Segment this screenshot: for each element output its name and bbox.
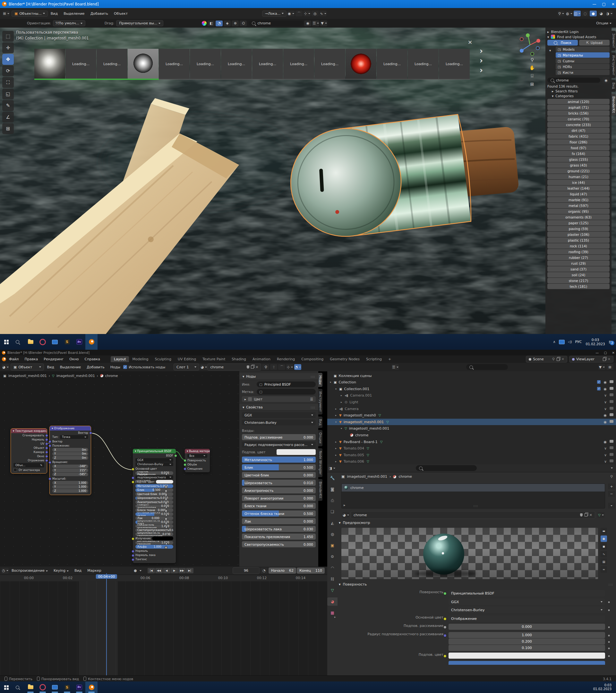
asset-tile-loading[interactable]: Loading... bbox=[221, 49, 252, 79]
subsurface-method-dropdown[interactable]: Christensen-Burley bbox=[449, 607, 605, 613]
bk-brush-icon[interactable]: ⌬ bbox=[240, 21, 247, 26]
output-socket[interactable] bbox=[45, 434, 48, 437]
category-rubber[interactable]: rubber (27) bbox=[547, 255, 610, 260]
network-icon[interactable] bbox=[559, 340, 565, 344]
menu-timeline[interactable]: Воспроизведение bbox=[9, 569, 51, 573]
input-socket[interactable] bbox=[164, 501, 167, 504]
value-Положение:X[interactable]: X0m bbox=[52, 448, 88, 452]
properties-tab-material[interactable]: ◕ bbox=[327, 597, 338, 606]
browse-material-icon[interactable]: ◕ bbox=[342, 512, 350, 518]
input-Металличность[interactable]: Металличность1.000 bbox=[135, 484, 173, 488]
expand-icon[interactable]: ▾ bbox=[335, 388, 339, 391]
expand-icon[interactable]: ▸ bbox=[335, 414, 339, 417]
expand-icon[interactable]: ▸ bbox=[335, 447, 339, 450]
input-Альфа[interactable]: Альфа1.000 bbox=[135, 545, 173, 549]
input-socket[interactable] bbox=[165, 506, 167, 508]
taskbar-app-explorer[interactable] bbox=[24, 681, 37, 693]
scale-tool-icon[interactable]: ⛶ bbox=[2, 77, 14, 88]
output-socket[interactable] bbox=[45, 442, 48, 445]
outliner-row-imagetostl_mesh0.001[interactable]: ▾▼imagetostl_mesh0.001 ▽◉ bbox=[327, 419, 616, 425]
outliner-row-PavBoard - Board-1[interactable]: ▸▼PavBoard - Board-1 ▽◉ bbox=[327, 439, 616, 445]
outliner-row-imagetostl_mesh0[interactable]: ▸▼imagetostl_mesh0 ▽◉ bbox=[327, 412, 616, 419]
distribution-dropdown[interactable]: GGX bbox=[449, 599, 605, 605]
render-disabled-icon[interactable] bbox=[610, 459, 613, 462]
prev-keyframe-button[interactable]: ◀◀ bbox=[155, 568, 163, 573]
asset-bar-next-icon[interactable]: ››› bbox=[480, 46, 483, 75]
breadcrumb-item[interactable]: imagetostl_mesh0.001 bbox=[347, 475, 387, 479]
input-Цветной блик[interactable]: Цветной блик0.000 bbox=[135, 492, 173, 496]
transform-orientation-dropdown[interactable]: ⊸ Лока... bbox=[262, 11, 286, 17]
type-dropdown[interactable]: Точка bbox=[60, 435, 88, 439]
search-tab-button[interactable]: Поиск bbox=[547, 40, 578, 45]
input-Блеск ткани[interactable]: Блеск ткани0.000 bbox=[135, 508, 173, 512]
workspace-tab-modeling[interactable]: Modeling bbox=[129, 356, 152, 362]
asset-tile-loading[interactable]: Loading... bbox=[377, 49, 408, 79]
close-button[interactable]: ✕ bbox=[612, 2, 615, 6]
breadcrumb-item[interactable]: chrome bbox=[398, 475, 412, 479]
blenderkit-login-header[interactable]: ▸BlenderKit Login bbox=[547, 30, 610, 34]
properties-tab-texture[interactable]: ▦ bbox=[327, 609, 338, 617]
move-tool-icon[interactable]: ✥ bbox=[2, 54, 14, 65]
workspace-tab-geometry-nodes[interactable]: Geometry Nodes bbox=[326, 356, 363, 362]
tab-blenderkit[interactable]: BlenderKit bbox=[612, 94, 616, 116]
outliner-row-Camera[interactable]: ▸◂▮Camera∨ bbox=[327, 405, 616, 412]
expand-icon[interactable]: ▸ bbox=[335, 460, 339, 463]
input-Блик[interactable]: Блик0.500 bbox=[135, 488, 173, 492]
preview-type-fluid[interactable]: ≈ bbox=[601, 566, 607, 573]
outliner-display-icon[interactable]: ☰ bbox=[392, 364, 399, 370]
hide-eye-icon[interactable]: ◉ bbox=[603, 380, 607, 384]
list-icon[interactable]: ☰ bbox=[310, 397, 313, 401]
tab-ноды[interactable]: Ноды bbox=[318, 373, 322, 387]
remove-slot-button[interactable]: − bbox=[608, 491, 615, 497]
surface-panel-header[interactable]: ▾Поверхность:::: bbox=[339, 582, 367, 587]
expand-icon[interactable]: ▸ bbox=[334, 615, 336, 618]
input-socket[interactable] bbox=[164, 546, 167, 548]
input-socket[interactable] bbox=[48, 440, 51, 443]
material-browse-icon[interactable]: ◕ bbox=[200, 364, 207, 370]
navigation-gizmo[interactable] bbox=[517, 32, 543, 58]
distribution-dropdown[interactable]: GGX bbox=[135, 458, 173, 462]
npanel-slider[interactable]: Блеск ткани0.000 bbox=[242, 503, 316, 509]
base-color-field[interactable]: Отображение bbox=[449, 615, 605, 622]
input-Шероховатость лака[interactable]: Шероховатость лака0.030 bbox=[135, 520, 173, 524]
taskbar-app-search[interactable] bbox=[12, 681, 24, 693]
add-slot-button[interactable]: + bbox=[608, 483, 615, 489]
editor-type-icon[interactable]: ◷ bbox=[2, 568, 9, 574]
value-Положение:Z[interactable]: Z0m bbox=[52, 456, 88, 460]
xray-icon[interactable]: ◫ bbox=[574, 11, 581, 16]
subsurface-method-dropdown[interactable]: Christensen-Burley bbox=[135, 462, 173, 466]
asset-tile-loading[interactable]: Loading... bbox=[314, 49, 345, 79]
slot-expand-icon[interactable]: ▸ bbox=[344, 503, 345, 507]
category-plaster[interactable]: plaster (106) bbox=[547, 232, 610, 237]
blender-menu-icon[interactable] bbox=[2, 357, 6, 361]
asset-tile-loading[interactable]: Loading... bbox=[159, 49, 190, 79]
menu-file[interactable]: Справка bbox=[82, 357, 103, 361]
pan-hand-icon[interactable]: ✋ bbox=[529, 65, 535, 70]
jump-start-button[interactable]: |◀ bbox=[147, 568, 155, 573]
tab-инструмент[interactable]: Инструмент bbox=[612, 53, 616, 78]
input-socket[interactable] bbox=[166, 534, 167, 536]
category-stone[interactable]: stone (217) bbox=[547, 278, 610, 283]
bk-toggle2-icon[interactable]: ◔ bbox=[216, 21, 223, 26]
snap-target-icon[interactable]: ⊹ bbox=[303, 11, 311, 16]
annotate-tool-icon[interactable]: ✎ bbox=[2, 100, 14, 111]
input-socket[interactable] bbox=[132, 481, 135, 483]
tab-blenderkit[interactable]: BlenderKit bbox=[318, 479, 322, 501]
use-preview-range-icon[interactable]: ◔ bbox=[260, 568, 267, 574]
value-Масштаб:X[interactable]: X1.000 bbox=[52, 481, 88, 485]
falloff-icon[interactable]: ∿ bbox=[320, 11, 326, 16]
slot-dropdown[interactable]: Слот 1 bbox=[174, 363, 199, 371]
fake-user-icon[interactable] bbox=[247, 365, 249, 369]
input-socket[interactable] bbox=[132, 468, 135, 471]
properties-tab-scene[interactable]: ◭ bbox=[327, 519, 338, 527]
properties-tab-constraints[interactable]: ⛓ bbox=[327, 575, 338, 583]
workspace-tab-shading[interactable]: Shading bbox=[228, 356, 249, 362]
add-workspace-button[interactable]: + bbox=[385, 356, 394, 362]
add-cube-tool-icon[interactable]: ⊞ bbox=[2, 123, 14, 134]
outliner-row-Collection[interactable]: ▾▣Collection✓◉ bbox=[327, 379, 616, 385]
category-asphalt[interactable]: asphalt (71) bbox=[547, 104, 610, 110]
output-socket[interactable] bbox=[45, 455, 48, 458]
colorwheel-icon[interactable] bbox=[202, 21, 206, 26]
value-Положение:Y[interactable]: Y0m bbox=[52, 452, 88, 456]
npanel-slider[interactable]: Оттенок блеска ткани0.500 bbox=[242, 511, 316, 517]
